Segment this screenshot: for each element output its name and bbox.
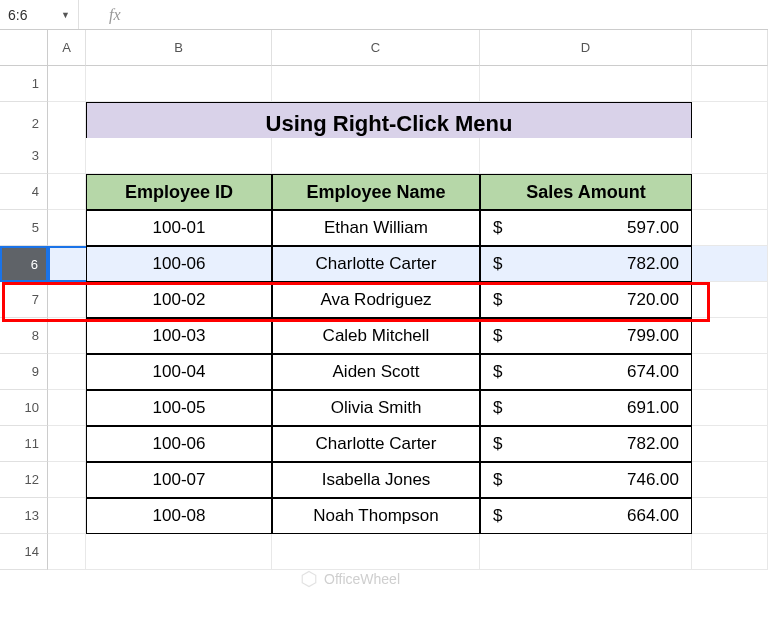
cell-b10[interactable]: 100-05 — [86, 390, 272, 426]
cell-d11[interactable]: $782.00 — [480, 426, 692, 462]
col-header-blank[interactable] — [692, 30, 768, 66]
cell-d8[interactable]: $799.00 — [480, 318, 692, 354]
cell-b5[interactable]: 100-01 — [86, 210, 272, 246]
cell-a12[interactable] — [48, 462, 86, 498]
cell-c7[interactable]: Ava Rodriguez — [272, 282, 480, 318]
cell-d13[interactable]: $664.00 — [480, 498, 692, 534]
cell-a10[interactable] — [48, 390, 86, 426]
row-header-13[interactable]: 13 — [0, 498, 48, 534]
cell-e1[interactable] — [692, 66, 768, 102]
cell-c3[interactable] — [272, 138, 480, 174]
cell-d7[interactable]: $720.00 — [480, 282, 692, 318]
formula-input[interactable] — [158, 0, 768, 29]
cell-a13[interactable] — [48, 498, 86, 534]
cell-c11[interactable]: Charlotte Carter — [272, 426, 480, 462]
amount-value: 799.00 — [627, 326, 679, 346]
currency-symbol: $ — [493, 434, 502, 454]
cell-e5[interactable] — [692, 210, 768, 246]
cell-c10[interactable]: Olivia Smith — [272, 390, 480, 426]
header-sales-amount[interactable]: Sales Amount — [480, 174, 692, 210]
amount-value: 674.00 — [627, 362, 679, 382]
cell-a3[interactable] — [48, 138, 86, 174]
cell-c5[interactable]: Ethan William — [272, 210, 480, 246]
cell-a11[interactable] — [48, 426, 86, 462]
name-box-value: 6:6 — [8, 7, 27, 23]
cell-b9[interactable]: 100-04 — [86, 354, 272, 390]
cell-c9[interactable]: Aiden Scott — [272, 354, 480, 390]
cell-c12[interactable]: Isabella Jones — [272, 462, 480, 498]
cell-c6[interactable]: Charlotte Carter — [272, 246, 480, 282]
row-header-14[interactable]: 14 — [0, 534, 48, 570]
watermark: OfficeWheel — [300, 570, 400, 588]
cell-b1[interactable] — [86, 66, 272, 102]
cell-c1[interactable] — [272, 66, 480, 102]
cell-e6[interactable] — [692, 246, 768, 282]
currency-symbol: $ — [493, 506, 502, 526]
cell-e12[interactable] — [692, 462, 768, 498]
cell-b6[interactable]: 100-06 — [86, 246, 272, 282]
cell-e9[interactable] — [692, 354, 768, 390]
cell-c8[interactable]: Caleb Mitchell — [272, 318, 480, 354]
spreadsheet-grid[interactable]: A B C D 1 2 Using Right-Click Menu 3 4 E… — [0, 30, 768, 570]
cell-a1[interactable] — [48, 66, 86, 102]
cell-b8[interactable]: 100-03 — [86, 318, 272, 354]
cell-b3[interactable] — [86, 138, 272, 174]
cell-b12[interactable]: 100-07 — [86, 462, 272, 498]
cell-b7[interactable]: 100-02 — [86, 282, 272, 318]
currency-symbol: $ — [493, 398, 502, 418]
cell-e13[interactable] — [692, 498, 768, 534]
cell-d5[interactable]: $597.00 — [480, 210, 692, 246]
header-employee-name[interactable]: Employee Name — [272, 174, 480, 210]
cell-d10[interactable]: $691.00 — [480, 390, 692, 426]
amount-value: 746.00 — [627, 470, 679, 490]
cell-c14[interactable] — [272, 534, 480, 570]
row-header-4[interactable]: 4 — [0, 174, 48, 210]
cell-d14[interactable] — [480, 534, 692, 570]
row-header-7[interactable]: 7 — [0, 282, 48, 318]
col-header-b[interactable]: B — [86, 30, 272, 66]
row-header-3[interactable]: 3 — [0, 138, 48, 174]
cell-a7[interactable] — [48, 282, 86, 318]
select-all-corner[interactable] — [0, 30, 48, 66]
name-box[interactable]: 6:6 ▼ — [0, 0, 78, 29]
row-header-12[interactable]: 12 — [0, 462, 48, 498]
row-header-11[interactable]: 11 — [0, 426, 48, 462]
cell-b11[interactable]: 100-06 — [86, 426, 272, 462]
chevron-down-icon[interactable]: ▼ — [61, 10, 70, 20]
cell-d9[interactable]: $674.00 — [480, 354, 692, 390]
cell-d1[interactable] — [480, 66, 692, 102]
cell-e3[interactable] — [692, 138, 768, 174]
cell-e10[interactable] — [692, 390, 768, 426]
cell-d6[interactable]: $782.00 — [480, 246, 692, 282]
row-header-8[interactable]: 8 — [0, 318, 48, 354]
col-header-a[interactable]: A — [48, 30, 86, 66]
header-employee-id[interactable]: Employee ID — [86, 174, 272, 210]
cell-e14[interactable] — [692, 534, 768, 570]
col-header-d[interactable]: D — [480, 30, 692, 66]
row-header-6[interactable]: 6 — [0, 246, 48, 282]
formula-bar: 6:6 ▼ fx — [0, 0, 768, 30]
cell-b14[interactable] — [86, 534, 272, 570]
row-header-9[interactable]: 9 — [0, 354, 48, 390]
cell-d12[interactable]: $746.00 — [480, 462, 692, 498]
row-header-10[interactable]: 10 — [0, 390, 48, 426]
cell-a4[interactable] — [48, 174, 86, 210]
row-header-1[interactable]: 1 — [0, 66, 48, 102]
cell-e8[interactable] — [692, 318, 768, 354]
amount-value: 597.00 — [627, 218, 679, 238]
cell-e7[interactable] — [692, 282, 768, 318]
cell-b13[interactable]: 100-08 — [86, 498, 272, 534]
cell-e4[interactable] — [692, 174, 768, 210]
col-header-c[interactable]: C — [272, 30, 480, 66]
cell-a6[interactable] — [48, 246, 86, 282]
cell-d3[interactable] — [480, 138, 692, 174]
fx-icon: fx — [78, 0, 158, 29]
cell-a8[interactable] — [48, 318, 86, 354]
currency-symbol: $ — [493, 254, 502, 274]
cell-e11[interactable] — [692, 426, 768, 462]
cell-a9[interactable] — [48, 354, 86, 390]
row-header-5[interactable]: 5 — [0, 210, 48, 246]
cell-a14[interactable] — [48, 534, 86, 570]
cell-c13[interactable]: Noah Thompson — [272, 498, 480, 534]
cell-a5[interactable] — [48, 210, 86, 246]
